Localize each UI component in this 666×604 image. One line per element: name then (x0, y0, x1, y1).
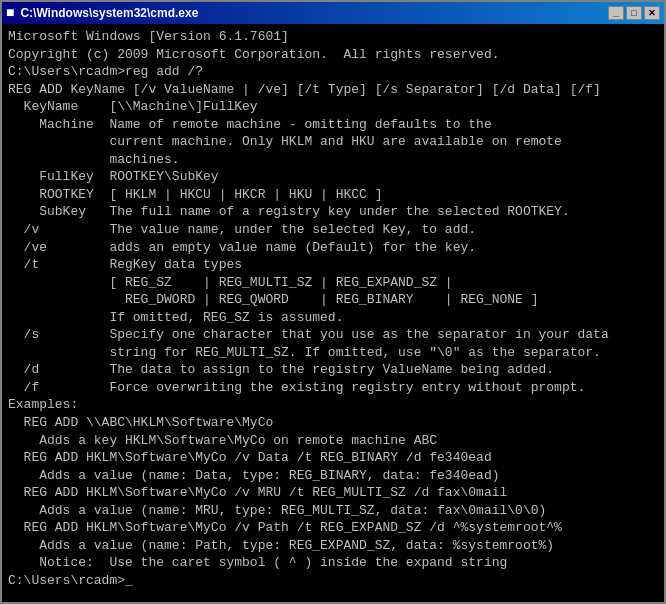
minimize-button[interactable]: _ (608, 6, 624, 20)
window-controls: _ □ ✕ (608, 6, 660, 20)
close-button[interactable]: ✕ (644, 6, 660, 20)
title-bar-left: ■ C:\Windows\system32\cmd.exe (6, 5, 198, 21)
restore-button[interactable]: □ (626, 6, 642, 20)
window-icon: ■ (6, 5, 14, 21)
title-bar: ■ C:\Windows\system32\cmd.exe _ □ ✕ (2, 2, 664, 24)
cmd-window: ■ C:\Windows\system32\cmd.exe _ □ ✕ Micr… (0, 0, 666, 604)
console-output: Microsoft Windows [Version 6.1.7601]Copy… (2, 24, 664, 602)
window-title: C:\Windows\system32\cmd.exe (20, 6, 198, 20)
